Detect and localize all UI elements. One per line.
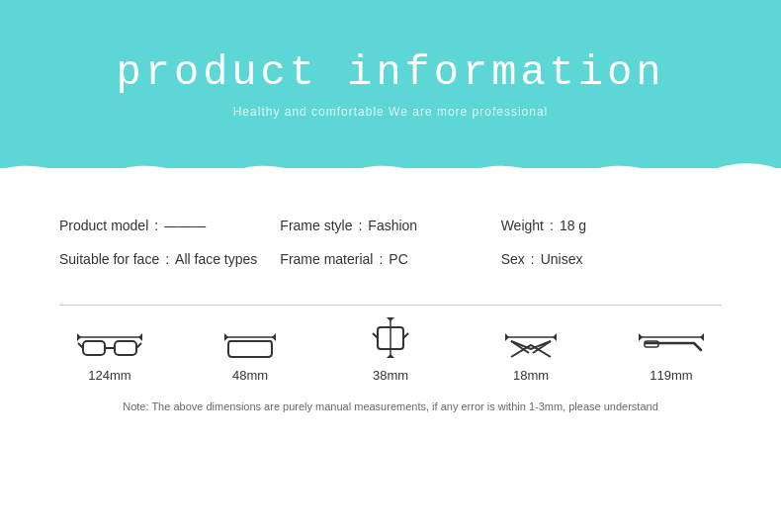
dimension-label-1: 124mm: [88, 368, 130, 383]
note-section: Note: The above dimensions are purely ma…: [0, 383, 781, 412]
face-type-label: Suitable for face: [59, 251, 159, 267]
frame-style-value: Fashion: [368, 218, 417, 233]
dimension-item-3: 38mm: [356, 315, 425, 383]
weight-separator: :: [550, 218, 554, 233]
section-divider: [59, 305, 722, 306]
dimension-item-1: 124mm: [75, 315, 144, 383]
frame-material-item: Frame material : PC: [280, 251, 500, 267]
dimensions-section: 124mm 48mm 38mm: [0, 315, 781, 383]
dimension-label-2: 48mm: [232, 368, 268, 383]
dimension-item-4: 18mm: [496, 315, 565, 383]
svg-marker-19: [553, 333, 557, 341]
face-type-separator: :: [165, 251, 169, 267]
svg-marker-1: [77, 333, 81, 341]
header-section: product information Healthy and comforta…: [0, 0, 781, 168]
lens-width-icon: [216, 315, 285, 360]
info-row-2: Suitable for face : All face types Frame…: [59, 251, 722, 267]
dimension-label-3: 38mm: [373, 368, 408, 383]
sex-item: Sex : Unisex: [501, 251, 722, 267]
temple-length-icon: [637, 315, 706, 360]
svg-rect-3: [83, 341, 105, 355]
svg-marker-2: [138, 333, 142, 341]
svg-marker-18: [505, 333, 509, 341]
frame-style-separator: :: [358, 218, 362, 233]
frame-material-separator: :: [379, 251, 383, 267]
page-title: product information: [117, 49, 665, 97]
face-type-item: Suitable for face : All face types: [59, 251, 280, 267]
frame-style-label: Frame style: [280, 218, 352, 233]
product-model-separator: :: [154, 218, 158, 233]
weight-label: Weight: [501, 218, 544, 233]
svg-rect-4: [115, 341, 136, 355]
weight-item: Weight : 18 g: [501, 218, 722, 233]
sex-value: Unisex: [541, 251, 583, 267]
note-text: Note: The above dimensions are purely ma…: [40, 400, 741, 412]
sex-label: Sex: [501, 251, 525, 267]
dimension-label-5: 119mm: [650, 368, 692, 383]
frame-material-label: Frame material: [280, 251, 373, 267]
face-type-value: All face types: [175, 251, 257, 267]
product-model-item: Product model : ———: [59, 218, 280, 233]
header-subtitle: Healthy and comfortable We are more prof…: [233, 105, 549, 119]
weight-value: 18 g: [560, 218, 586, 233]
svg-marker-13: [387, 354, 394, 358]
svg-marker-10: [272, 333, 276, 341]
svg-marker-9: [224, 333, 228, 341]
glasses-width-icon: [75, 315, 144, 360]
product-model-label: Product model: [59, 218, 148, 233]
sex-separator: :: [531, 251, 535, 267]
dimension-label-4: 18mm: [513, 368, 549, 383]
wave-decoration: [0, 150, 781, 190]
product-model-value: ———: [164, 218, 206, 233]
frame-material-value: PC: [389, 251, 407, 267]
frame-style-item: Frame style : Fashion: [280, 218, 500, 233]
dimension-item-5: 119mm: [637, 315, 706, 383]
svg-marker-22: [700, 333, 704, 341]
svg-marker-21: [639, 333, 643, 341]
info-row-1: Product model : ——— Frame style : Fashio…: [59, 218, 722, 233]
dimension-item-2: 48mm: [216, 315, 285, 383]
svg-marker-12: [387, 317, 394, 321]
bridge-width-icon: [496, 315, 565, 360]
lens-height-icon: [356, 315, 425, 360]
